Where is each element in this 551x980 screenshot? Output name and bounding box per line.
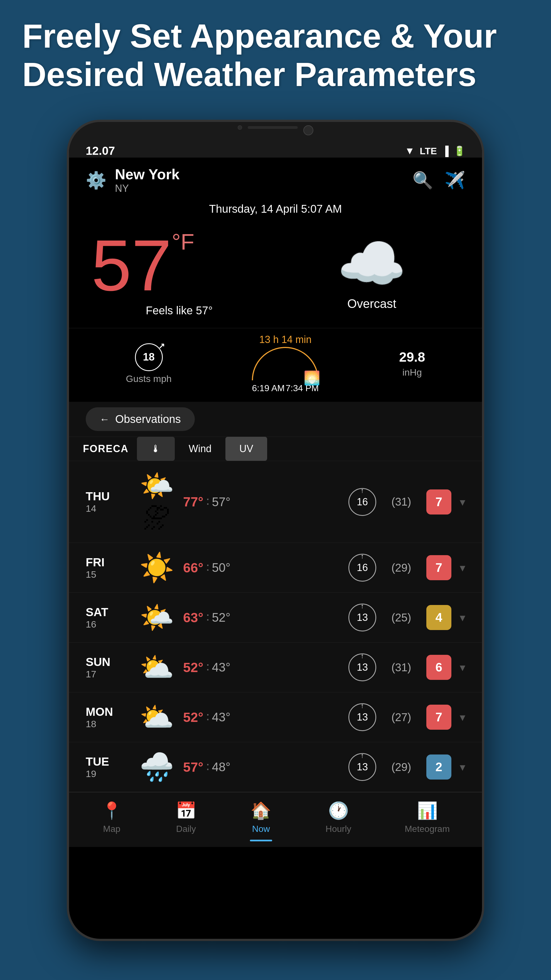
volume-up-button[interactable] xyxy=(67,211,69,250)
forecast-row[interactable]: FRI 15 ☀️ 66° ∶ 50° ↑ 16 (29) 7 ▾ xyxy=(69,543,482,593)
wind-extra: (25) xyxy=(384,611,418,624)
tab-wind[interactable]: Wind xyxy=(175,437,225,461)
forecast-high: 57° xyxy=(183,759,203,775)
wind-indicator: ↑ 13 xyxy=(348,753,376,781)
forecast-weather-icon: 🌤️ xyxy=(138,601,175,634)
forecast-low: 52° xyxy=(212,611,231,624)
forecast-list: THU 14 🌤️⛈ 77° ∶ 57° ↑ 16 (31) 7 ▾ FRI 1… xyxy=(69,461,482,792)
temp-separator: ∶ xyxy=(206,611,209,625)
volume-down-button[interactable] xyxy=(67,258,69,298)
nav-label: Now xyxy=(252,824,270,834)
wind-direction-icon: ↑ xyxy=(360,602,364,610)
day-name: MON xyxy=(86,705,130,719)
forecast-high: 63° xyxy=(183,610,203,625)
wind-speed: 13 xyxy=(357,612,368,624)
lte-label: LTE xyxy=(420,146,437,156)
phone-frame: 12.07 ▼ LTE ▐ 🔋 ⚙️ New York NY 🔍 ✈️ xyxy=(67,120,484,941)
nav-icon-now: 🏠 xyxy=(251,801,272,821)
row-expand-icon: ▾ xyxy=(460,661,465,674)
day-info: FRI 15 xyxy=(86,556,130,580)
wind-extra: (31) xyxy=(384,661,418,674)
camera-speaker xyxy=(238,125,242,130)
temp-separator: ∶ xyxy=(206,660,209,675)
forecast-weather-icon: ⛅ xyxy=(138,651,175,684)
gusts-detail: 18 ↗ Gusts mph xyxy=(126,343,171,384)
foreca-logo: FORECA xyxy=(75,438,137,460)
wind-label: Wind xyxy=(189,443,211,455)
nav-label: Map xyxy=(103,824,120,834)
forecast-row[interactable]: SAT 16 🌤️ 63° ∶ 52° ↑ 13 (25) 4 ▾ xyxy=(69,593,482,643)
forecast-row[interactable]: SUN 17 ⛅ 52° ∶ 43° ↑ 13 (31) 6 ▾ xyxy=(69,643,482,692)
sun-arc-detail: 13 h 14 min 🌅 6:19 AM 7:34 PM xyxy=(252,334,319,393)
day-number: 16 xyxy=(86,619,130,630)
app-header: ⚙️ New York NY 🔍 ✈️ xyxy=(69,158,482,200)
forecast-low: 50° xyxy=(212,561,231,574)
feels-like: Feels like 57° xyxy=(91,304,267,317)
location-state: NY xyxy=(115,183,179,194)
pressure-unit: inHg xyxy=(402,367,422,378)
sun-arc: 🌅 xyxy=(252,347,319,380)
temp-separator: ∶ xyxy=(206,760,209,774)
day-number: 17 xyxy=(86,669,130,679)
wind-direction-icon: ↑ xyxy=(360,487,364,495)
day-name: FRI xyxy=(86,556,130,569)
speaker-bar xyxy=(248,126,298,129)
search-icon[interactable]: 🔍 xyxy=(413,170,433,190)
sun-duration: 13 h 14 min xyxy=(259,334,311,345)
header-line1: Freely Set Appearance & Your xyxy=(22,17,529,55)
observations-button[interactable]: ← Observations xyxy=(86,407,195,431)
wind-extra: (31) xyxy=(384,496,418,508)
status-icons: ▼ LTE ▐ 🔋 xyxy=(405,145,465,157)
signal-icon: ▐ xyxy=(442,146,449,156)
nav-item-meteogram[interactable]: 📊 Meteogram xyxy=(405,801,450,842)
forecast-tabs: FORECA 🌡 Wind UV xyxy=(69,436,482,461)
day-name: THU xyxy=(86,490,130,503)
tab-temperature[interactable]: 🌡 xyxy=(137,437,175,461)
wind-extra: (29) xyxy=(384,562,418,574)
forecast-low: 57° xyxy=(212,495,231,509)
row-expand-icon: ▾ xyxy=(460,496,465,508)
thermometer-icon: 🌡 xyxy=(151,443,161,455)
header-line2: Desired Weather Parameters xyxy=(22,55,529,94)
gusts-circle: 18 ↗ xyxy=(135,343,163,371)
forecast-low: 43° xyxy=(212,710,231,724)
nav-item-hourly[interactable]: 🕐 Hourly xyxy=(326,801,351,842)
wind-indicator: ↑ 16 xyxy=(348,554,376,582)
nav-item-map[interactable]: 📍 Map xyxy=(101,801,122,842)
date-row: Thursday, 14 April 5:07 AM xyxy=(69,200,482,224)
weather-main: 57 °F Feels like 57° ☁️ Overcast xyxy=(69,224,482,322)
row-expand-icon: ▾ xyxy=(460,611,465,624)
uv-badge: 2 xyxy=(426,754,451,780)
nav-label: Meteogram xyxy=(405,824,450,834)
forecast-row[interactable]: MON 18 ⛅ 52° ∶ 43° ↑ 13 (27) 7 ▾ xyxy=(69,692,482,742)
wind-speed: 16 xyxy=(357,496,368,508)
forecast-high: 52° xyxy=(183,660,203,675)
day-info: SAT 16 xyxy=(86,606,130,630)
wind-direction-icon: ↑ xyxy=(360,652,364,660)
location-icon[interactable]: ✈️ xyxy=(445,170,465,190)
power-button[interactable] xyxy=(482,228,484,278)
nav-item-now[interactable]: 🏠 Now xyxy=(250,801,272,842)
wind-arrow-icon: ↗ xyxy=(158,341,165,350)
temp-separator: ∶ xyxy=(206,495,209,509)
location-city: New York xyxy=(115,166,179,183)
day-name: SUN xyxy=(86,655,130,669)
wind-indicator: ↑ 13 xyxy=(348,654,376,681)
weather-description: Overcast xyxy=(347,297,396,311)
forecast-row[interactable]: TUE 19 🌧️ 57° ∶ 48° ↑ 13 (29) 2 ▾ xyxy=(69,742,482,792)
day-info: THU 14 xyxy=(86,490,130,514)
nav-icon-map: 📍 xyxy=(101,801,122,821)
settings-icon[interactable]: ⚙️ xyxy=(86,170,106,190)
nav-item-daily[interactable]: 📅 Daily xyxy=(176,801,197,842)
wind-indicator: ↑ 16 xyxy=(348,488,376,516)
forecast-low: 43° xyxy=(212,660,231,674)
forecast-row[interactable]: THU 14 🌤️⛈ 77° ∶ 57° ↑ 16 (31) 7 ▾ xyxy=(69,461,482,543)
weather-details: 18 ↗ Gusts mph 13 h 14 min 🌅 6:19 AM 7:3… xyxy=(69,328,482,402)
observations-label: Observations xyxy=(115,413,181,425)
forecast-weather-icon: ☀️ xyxy=(138,551,175,584)
uv-badge: 7 xyxy=(426,705,451,730)
nav-icon-hourly: 🕐 xyxy=(328,801,349,821)
tab-uv[interactable]: UV xyxy=(225,437,267,461)
weather-icon: ☁️ xyxy=(337,235,407,291)
day-info: SUN 17 xyxy=(86,655,130,679)
